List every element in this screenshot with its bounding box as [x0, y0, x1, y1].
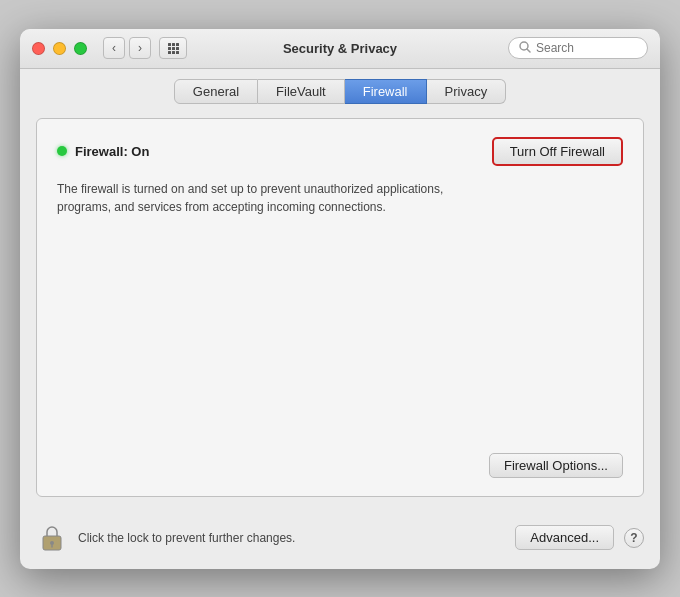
close-button[interactable]	[32, 42, 45, 55]
content-area: General FileVault Firewall Privacy Firew…	[20, 69, 660, 511]
firewall-description: The firewall is turned on and set up to …	[57, 180, 497, 216]
firewall-panel: Firewall: On Turn Off Firewall The firew…	[36, 118, 644, 497]
search-input[interactable]	[536, 41, 637, 55]
svg-line-1	[527, 49, 530, 52]
tab-filevault[interactable]: FileVault	[258, 79, 345, 104]
tab-privacy[interactable]: Privacy	[427, 79, 507, 104]
firewall-options-button[interactable]: Firewall Options...	[489, 453, 623, 478]
search-icon	[519, 41, 531, 55]
grid-icon	[168, 43, 179, 54]
advanced-button[interactable]: Advanced...	[515, 525, 614, 550]
firewall-header: Firewall: On Turn Off Firewall	[57, 137, 623, 166]
lock-button[interactable]	[36, 519, 68, 557]
maximize-button[interactable]	[74, 42, 87, 55]
window-title: Security & Privacy	[283, 41, 397, 56]
forward-button[interactable]: ›	[129, 37, 151, 59]
lock-icon	[40, 523, 64, 553]
titlebar: ‹ › Security & Privacy	[20, 29, 660, 69]
status-dot	[57, 146, 67, 156]
help-button[interactable]: ?	[624, 528, 644, 548]
tab-firewall[interactable]: Firewall	[345, 79, 427, 104]
turn-off-firewall-button[interactable]: Turn Off Firewall	[492, 137, 623, 166]
lock-text: Click the lock to prevent further change…	[78, 531, 505, 545]
nav-buttons: ‹ ›	[103, 37, 151, 59]
bottom-bar: Click the lock to prevent further change…	[20, 511, 660, 569]
traffic-lights	[32, 42, 87, 55]
firewall-status-label: Firewall: On	[75, 144, 149, 159]
grid-button[interactable]	[159, 37, 187, 59]
tab-bar: General FileVault Firewall Privacy	[36, 79, 644, 104]
search-box[interactable]	[508, 37, 648, 59]
tab-general[interactable]: General	[174, 79, 258, 104]
minimize-button[interactable]	[53, 42, 66, 55]
back-button[interactable]: ‹	[103, 37, 125, 59]
firewall-status: Firewall: On	[57, 144, 149, 159]
main-window: ‹ › Security & Privacy General	[20, 29, 660, 569]
